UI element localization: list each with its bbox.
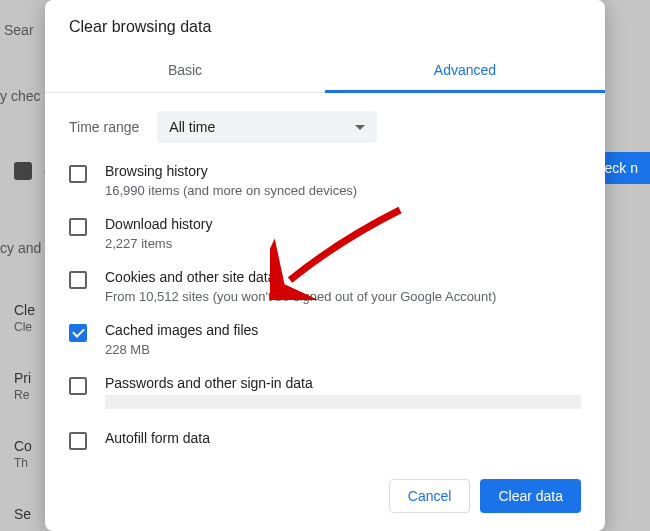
- option-text: Browsing history 16,990 items (and more …: [105, 163, 581, 198]
- option-title: Passwords and other sign-in data: [105, 375, 581, 391]
- bg-search-label: Sear: [4, 22, 34, 38]
- time-range-label: Time range: [69, 119, 139, 135]
- checkbox-cached-images[interactable]: [69, 324, 87, 342]
- dialog-title: Clear browsing data: [45, 0, 605, 50]
- option-text: Cookies and other site data From 10,512 …: [105, 269, 581, 304]
- tab-basic[interactable]: Basic: [45, 50, 325, 92]
- dialog-content: Time range All time Browsing history 16,…: [45, 93, 605, 465]
- option-subtitle: 228 MB: [105, 342, 581, 357]
- bg-cy-label: cy and: [0, 240, 41, 256]
- dropdown-caret-icon: [355, 125, 365, 130]
- dialog-tabs: Basic Advanced: [45, 50, 605, 93]
- cancel-button[interactable]: Cancel: [389, 479, 471, 513]
- checkbox-browsing-history[interactable]: [69, 165, 87, 183]
- option-cookies: Cookies and other site data From 10,512 …: [69, 269, 581, 304]
- option-cached-images: Cached images and files 228 MB: [69, 322, 581, 357]
- bg-sub: Th: [14, 456, 28, 470]
- redacted-text: [105, 395, 581, 409]
- checkbox-cookies[interactable]: [69, 271, 87, 289]
- time-range-row: Time range All time: [69, 111, 581, 143]
- bg-item: Se: [14, 506, 31, 522]
- bg-sub: Cle: [14, 320, 32, 334]
- bg-item: Pri: [14, 370, 31, 386]
- option-subtitle: From 10,512 sites (you won't be signed o…: [105, 289, 581, 304]
- dialog-footer: Cancel Clear data: [45, 465, 605, 531]
- option-text: Cached images and files 228 MB: [105, 322, 581, 357]
- time-range-value: All time: [169, 119, 215, 135]
- option-subtitle: 16,990 items (and more on synced devices…: [105, 183, 581, 198]
- bg-check-label: y chec: [0, 88, 40, 104]
- option-title: Download history: [105, 216, 581, 232]
- option-download-history: Download history 2,227 items: [69, 216, 581, 251]
- option-title: Cached images and files: [105, 322, 581, 338]
- option-text: Autofill form data: [105, 430, 581, 450]
- option-title: Cookies and other site data: [105, 269, 581, 285]
- checkbox-passwords[interactable]: [69, 377, 87, 395]
- bg-item: Co: [14, 438, 32, 454]
- bg-item: Cle: [14, 302, 35, 318]
- clear-browsing-data-dialog: Clear browsing data Basic Advanced Time …: [45, 0, 605, 531]
- option-browsing-history: Browsing history 16,990 items (and more …: [69, 163, 581, 198]
- option-title: Browsing history: [105, 163, 581, 179]
- clear-data-button[interactable]: Clear data: [480, 479, 581, 513]
- option-text: Download history 2,227 items: [105, 216, 581, 251]
- option-subtitle: 2,227 items: [105, 236, 581, 251]
- time-range-select[interactable]: All time: [157, 111, 377, 143]
- option-title: Autofill form data: [105, 430, 581, 446]
- option-passwords: Passwords and other sign-in data: [69, 375, 581, 412]
- option-text: Passwords and other sign-in data: [105, 375, 581, 412]
- checkbox-download-history[interactable]: [69, 218, 87, 236]
- shield-icon: [14, 162, 32, 180]
- tab-advanced[interactable]: Advanced: [325, 50, 605, 92]
- option-subtitle: [105, 395, 581, 412]
- checkbox-autofill[interactable]: [69, 432, 87, 450]
- option-autofill: Autofill form data: [69, 430, 581, 450]
- bg-sub: Re: [14, 388, 29, 402]
